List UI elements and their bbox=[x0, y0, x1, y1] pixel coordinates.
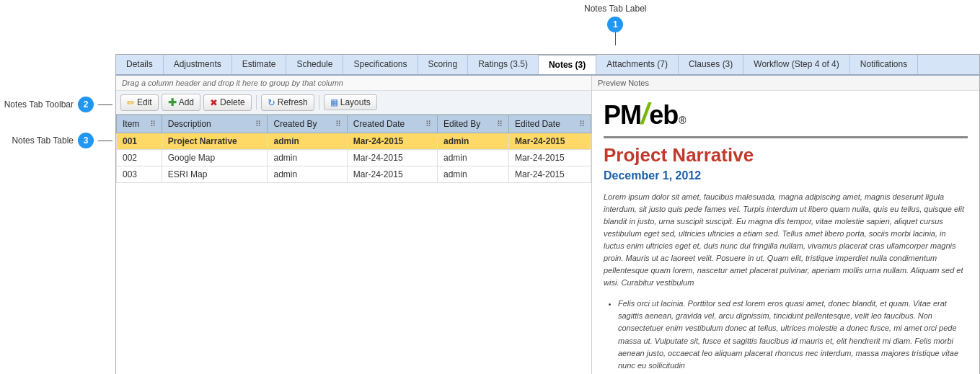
tab-workflow[interactable]: Workflow (Step 4 of 4) bbox=[743, 55, 850, 74]
edit-icon: ✏ bbox=[127, 97, 135, 108]
refresh-button[interactable]: ↻ Refresh bbox=[261, 94, 314, 111]
layouts-button[interactable]: ▦ Layouts bbox=[324, 94, 377, 110]
annotation-badge-1: 1 bbox=[607, 17, 623, 32]
layouts-icon: ▦ bbox=[330, 97, 338, 107]
col-sort-edited-date[interactable]: ⠿ bbox=[579, 120, 585, 129]
tab-scoring[interactable]: Scoring bbox=[418, 55, 469, 74]
data-table: Item ⠿ Description ⠿ bbox=[116, 115, 591, 183]
tab-adjustments[interactable]: Adjustments bbox=[164, 55, 232, 74]
notes-tab-annotation-label: Notes Tab Label bbox=[584, 4, 647, 14]
col-header-edited-by[interactable]: Edited By ⠿ bbox=[437, 115, 508, 133]
preview-panel: Preview Notes PM / eb ® Project Narrativ… bbox=[592, 76, 979, 374]
pmweb-pm: PM bbox=[604, 100, 641, 130]
col-header-item[interactable]: Item ⠿ bbox=[117, 115, 162, 133]
col-sort-edited-by[interactable]: ⠿ bbox=[497, 120, 503, 129]
tab-notifications[interactable]: Notifications bbox=[850, 55, 918, 74]
col-header-created-date[interactable]: Created Date ⠿ bbox=[347, 115, 437, 133]
tab-clauses[interactable]: Clauses (3) bbox=[679, 55, 743, 74]
pmweb-slash: / bbox=[641, 99, 649, 128]
preview-header: Preview Notes bbox=[592, 76, 979, 91]
tab-specifications[interactable]: Specifications bbox=[343, 55, 418, 74]
pmweb-registered: ® bbox=[679, 115, 686, 126]
pmweb-web-text: eb bbox=[649, 100, 678, 130]
table-row[interactable]: 002 Google Map admin Mar-24-2015 admin M… bbox=[117, 150, 591, 166]
col-header-created-by[interactable]: Created By ⠿ bbox=[268, 115, 347, 133]
tab-attachments[interactable]: Attachments (7) bbox=[596, 55, 679, 74]
col-header-description[interactable]: Description ⠿ bbox=[162, 115, 268, 133]
table-row[interactable]: 001 Project Narrative admin Mar-24-2015 … bbox=[117, 133, 591, 150]
preview-date: December 1, 2012 bbox=[604, 169, 968, 182]
tab-notes[interactable]: Notes (3) bbox=[539, 55, 596, 76]
preview-bullet-item: Felis orci ut lacinia. Porttitor sed est… bbox=[618, 298, 968, 371]
tab-ratings[interactable]: Ratings (3.5) bbox=[468, 55, 539, 74]
refresh-icon: ↻ bbox=[268, 97, 275, 108]
tab-schedule[interactable]: Schedule bbox=[286, 55, 343, 74]
edit-button[interactable]: ✏ Edit bbox=[120, 94, 159, 111]
col-sort-description[interactable]: ⠿ bbox=[255, 120, 261, 129]
tab-estimate[interactable]: Estimate bbox=[232, 55, 287, 74]
table-row[interactable]: 003 ESRI Map admin Mar-24-2015 admin Mar… bbox=[117, 166, 591, 183]
tab-details[interactable]: Details bbox=[116, 55, 164, 74]
preview-title: Project Narrative bbox=[604, 144, 968, 166]
table-panel: Drag a column header and drop it here to… bbox=[116, 76, 592, 374]
add-icon: ✚ bbox=[168, 97, 177, 108]
delete-icon: ✖ bbox=[210, 97, 218, 108]
preview-bullet-list: Felis orci ut lacinia. Porttitor sed est… bbox=[618, 298, 968, 371]
col-sort-created-by[interactable]: ⠿ bbox=[335, 120, 341, 129]
tabs-bar: Details Adjustments Estimate Schedule Sp… bbox=[116, 55, 979, 76]
preview-body-text: Lorem ipsum dolor sit amet, faucibus mal… bbox=[604, 191, 968, 289]
toolbar: ✏ Edit ✚ Add ✖ Delete ↻ bbox=[116, 91, 591, 115]
preview-content[interactable]: PM / eb ® Project Narrative December 1, … bbox=[592, 91, 979, 374]
col-sort-item[interactable]: ⠿ bbox=[150, 120, 156, 129]
delete-button[interactable]: ✖ Delete bbox=[203, 94, 252, 111]
add-button[interactable]: ✚ Add bbox=[162, 94, 200, 111]
col-sort-created-date[interactable]: ⠿ bbox=[425, 120, 431, 129]
drag-hint: Drag a column header and drop it here to… bbox=[116, 76, 591, 91]
pmweb-logo: PM / eb ® bbox=[604, 99, 968, 130]
toolbar-annotation: Notes Tab Toolbar 2 bbox=[4, 97, 115, 112]
col-header-edited-date[interactable]: Edited Date ⠿ bbox=[509, 115, 591, 133]
table-annotation: Notes Tab Table 3 bbox=[12, 133, 115, 148]
